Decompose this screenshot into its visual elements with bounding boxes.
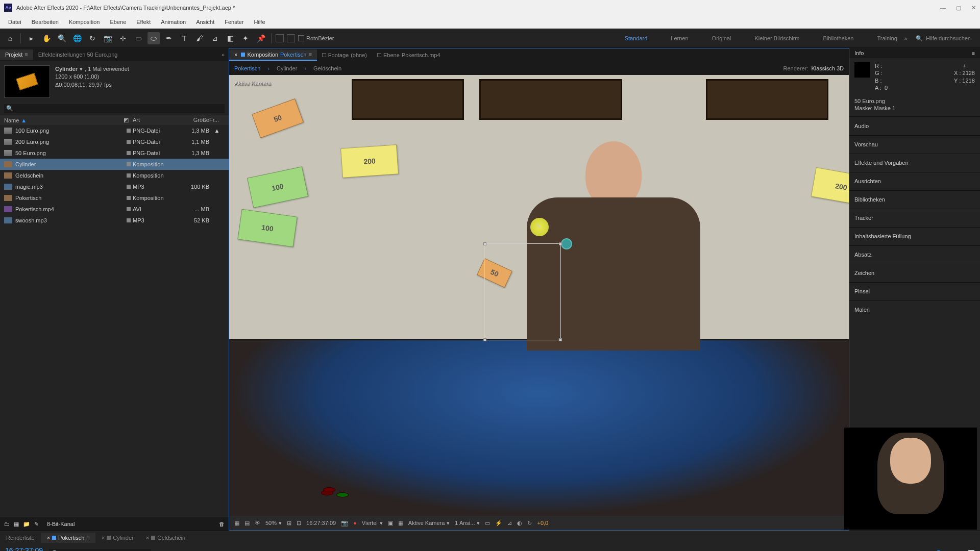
menu-hilfe[interactable]: Hilfe — [250, 17, 270, 27]
trash-icon[interactable]: 🗑 — [219, 521, 225, 527]
hand-tool[interactable]: ✋ — [40, 32, 53, 44]
zoom-tool[interactable]: 🔍 — [56, 32, 68, 44]
clone-tool[interactable]: ⊿ — [209, 32, 221, 44]
fast-preview-icon[interactable]: ▣ — [388, 520, 393, 527]
panel-overflow[interactable]: » — [217, 52, 229, 58]
menu-effekt[interactable]: Effekt — [132, 17, 155, 27]
maximize-button[interactable]: ▢ — [956, 5, 961, 11]
side-panel-audio[interactable]: Audio — [849, 117, 980, 135]
channel-icon[interactable]: ● — [353, 520, 357, 526]
draft-icon[interactable]: ◐ — [517, 520, 522, 527]
resolution-icon[interactable]: ⊞ — [287, 520, 291, 527]
project-item[interactable]: GeldscheinKomposition — [0, 170, 229, 181]
side-panel-ausrichten[interactable]: Ausrichten — [849, 172, 980, 190]
menu-datei[interactable]: Datei — [4, 17, 26, 27]
sort-arrow-icon[interactable]: ▲ — [21, 117, 27, 123]
side-panel-tracker[interactable]: Tracker — [849, 209, 980, 227]
menu-animation[interactable]: Animation — [157, 17, 190, 27]
project-item[interactable]: magic.mp3MP3100 KB — [0, 181, 229, 192]
interpret-footage-icon[interactable]: 🗀 — [4, 521, 10, 527]
viewer-tab[interactable]: × Komposition Pokertisch ≡ — [229, 49, 317, 61]
project-item[interactable]: PokertischKomposition — [0, 192, 229, 204]
type-tool[interactable]: T — [178, 32, 190, 44]
stroke-swatch[interactable] — [287, 34, 295, 42]
grid-icon[interactable]: ▦ — [398, 520, 403, 527]
workspace-standard[interactable]: Standard — [621, 33, 652, 43]
project-tab[interactable]: Projekt ≡ — [0, 49, 33, 60]
side-panel-zeichen[interactable]: Zeichen — [849, 264, 980, 282]
timeline-tab[interactable]: × Pokertisch ≡ — [41, 533, 95, 543]
side-panel-effekte-und-vorgaben[interactable]: Effekte und Vorgaben — [849, 154, 980, 172]
fast-draft-icon[interactable]: ⚡ — [495, 520, 502, 527]
rotate-tool[interactable]: ↻ — [86, 32, 99, 44]
camera-dropdown[interactable]: Aktive Kamera▾ — [408, 520, 450, 527]
search-help-input[interactable]: Hilfe durchsuchen — [926, 35, 971, 41]
viewer-tab[interactable]: Footage (ohne) — [317, 50, 372, 60]
exposure-value[interactable]: +0,0 — [537, 520, 548, 526]
minimize-button[interactable]: — — [940, 5, 946, 11]
zoom-dropdown[interactable]: 50%▾ — [265, 520, 282, 527]
nav-crumb[interactable]: Geldschein — [313, 65, 341, 71]
toggle-mask-icon[interactable]: ▤ — [244, 520, 250, 527]
menu-bearbeiten[interactable]: Bearbeiten — [28, 17, 63, 27]
toggle-alpha-icon[interactable]: ▦ — [234, 520, 239, 527]
pen-tool[interactable]: ✒ — [163, 32, 175, 44]
menu-ansicht[interactable]: Ansicht — [192, 17, 218, 27]
viewport[interactable]: 50 100 100 200 200 50 ✎ Aktive Kamera — [229, 75, 849, 516]
project-item[interactable]: CylinderKomposition — [0, 159, 229, 170]
workspace-bibliotheken[interactable]: Bibliotheken — [819, 33, 858, 43]
fill-swatch[interactable] — [276, 34, 284, 42]
nav-back-icon[interactable]: ‹ — [304, 65, 306, 71]
workspace-overflow[interactable]: » — [904, 35, 908, 41]
workspace-original[interactable]: Original — [708, 33, 736, 43]
camera-tool[interactable]: 📷 — [102, 32, 114, 44]
menu-fenster[interactable]: Fenster — [220, 17, 248, 27]
pixel-aspect-icon[interactable]: ▭ — [485, 520, 490, 527]
pan-behind-tool[interactable]: ⊹ — [117, 32, 129, 44]
workspace-kleiner-bildschirm[interactable]: Kleiner Bildschirm — [751, 33, 804, 43]
views-dropdown[interactable]: 1 Ansi...▾ — [455, 520, 480, 527]
orbit-tool[interactable]: 🌐 — [71, 32, 83, 44]
rotobezier-checkbox[interactable]: RotoBézier — [298, 35, 334, 41]
ellipse-tool[interactable]: ⬭ — [148, 32, 160, 44]
adjustment-layer-icon[interactable]: ✎ — [34, 521, 39, 528]
timeline-tab[interactable]: × Geldschein — [140, 533, 191, 543]
panel-menu-icon[interactable]: ≡ — [972, 50, 975, 56]
color-depth[interactable]: 8-Bit-Kanal — [47, 521, 75, 527]
project-item[interactable]: Pokertisch.mp4AVI... MB — [0, 204, 229, 215]
timecode-display[interactable]: 16:27:37:09 — [306, 520, 336, 526]
side-panel-bibliotheken[interactable]: Bibliotheken — [849, 190, 980, 209]
refresh-icon[interactable]: ↻ — [527, 520, 532, 527]
side-panel-inhaltsbasierte-füllung[interactable]: Inhaltsbasierte Füllung — [849, 227, 980, 245]
project-item[interactable]: 200 Euro.pngPNG-Datei1,1 MB — [0, 136, 229, 147]
roto-tool[interactable]: ✦ — [239, 32, 252, 44]
side-panel-vorschau[interactable]: Vorschau — [849, 135, 980, 154]
timeline-tab[interactable]: Renderliste — [0, 533, 41, 543]
project-item[interactable]: swoosh.mp3MP352 KB — [0, 215, 229, 226]
project-item[interactable]: 100 Euro.pngPNG-Datei1,3 MB▲ — [0, 125, 229, 136]
region-icon[interactable]: ⊡ — [297, 520, 301, 527]
dropdown-caret-icon[interactable]: ▾ — [80, 65, 83, 73]
workspace-lernen[interactable]: Lernen — [667, 33, 692, 43]
selection-tool[interactable]: ▸ — [25, 32, 37, 44]
viewer-tab[interactable]: Ebene Pokertisch.mp4 — [372, 50, 446, 60]
snapshot-icon[interactable]: 📷 — [341, 520, 348, 527]
puppet-tool[interactable]: 📌 — [255, 32, 267, 44]
renderer-value[interactable]: Klassisch 3D — [811, 65, 844, 71]
nav-crumb[interactable]: Cylinder — [277, 65, 297, 71]
menu-ebene[interactable]: Ebene — [106, 17, 130, 27]
toggle-transparency-icon[interactable]: 👁 — [255, 520, 260, 526]
3d-icon[interactable]: ⊿ — [507, 520, 512, 527]
new-comp-icon[interactable]: ▦ — [14, 521, 19, 528]
nav-back-icon[interactable]: ‹ — [267, 65, 270, 71]
eraser-tool[interactable]: ◧ — [224, 32, 236, 44]
project-item[interactable]: 50 Euro.pngPNG-Datei1,3 MB — [0, 147, 229, 159]
menu-komposition[interactable]: Komposition — [65, 17, 104, 27]
nav-crumb[interactable]: Pokertisch — [234, 65, 260, 71]
side-panel-pinsel[interactable]: Pinsel — [849, 282, 980, 300]
side-panel-malen[interactable]: Malen — [849, 300, 980, 319]
rect-tool[interactable]: ▭ — [132, 32, 144, 44]
resolution-dropdown[interactable]: Viertel▾ — [362, 520, 383, 527]
side-panel-absatz[interactable]: Absatz — [849, 245, 980, 264]
effect-controls-tab[interactable]: Effekteinstellungen 50 Euro.png — [33, 49, 123, 60]
